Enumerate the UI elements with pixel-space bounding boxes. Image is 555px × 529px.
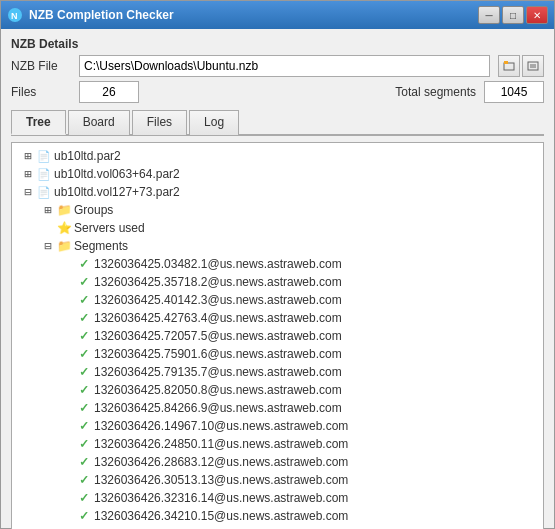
tree-toggle-icon[interactable]: ⊟	[20, 184, 36, 200]
nzb-file-label: NZB File	[11, 59, 71, 73]
tree-toggle-icon[interactable]: ⊞	[20, 148, 36, 164]
tree-item[interactable]: ✓1326036426.14967.10@us.news.astraweb.co…	[14, 417, 541, 435]
checkmark-icon: ✓	[76, 328, 92, 344]
tree-item-label: 1326036426.30513.13@us.news.astraweb.com	[94, 473, 348, 487]
tree-toggle-icon[interactable]	[60, 454, 76, 470]
tree-item[interactable]: ⊞📁Groups	[14, 201, 541, 219]
tree-item-label: 1326036425.75901.6@us.news.astraweb.com	[94, 347, 342, 361]
tree-item[interactable]: ✓1326036425.79135.7@us.news.astraweb.com	[14, 363, 541, 381]
tree-item[interactable]: ✓1326036426.28683.12@us.news.astraweb.co…	[14, 453, 541, 471]
tree-item[interactable]: ⊞📄ub10ltd.par2	[14, 147, 541, 165]
folder-icon: 📁	[56, 202, 72, 218]
tree-toggle-icon[interactable]	[60, 472, 76, 488]
tree-toggle-icon[interactable]	[60, 508, 76, 524]
svg-rect-2	[504, 63, 514, 70]
open-file-button[interactable]	[522, 55, 544, 77]
tree-item[interactable]: ✓1326036425.82050.8@us.news.astraweb.com	[14, 381, 541, 399]
tree-item-label: 1326036425.84266.9@us.news.astraweb.com	[94, 401, 342, 415]
segments-label: Total segments	[395, 85, 476, 99]
tree-item[interactable]: ⭐Servers used	[14, 219, 541, 237]
tree-toggle-icon[interactable]	[60, 310, 76, 326]
folder-icon: 📁	[56, 238, 72, 254]
title-buttons: ─ □ ✕	[478, 6, 548, 24]
main-window: N NZB Completion Checker ─ □ ✕ NZB Detai…	[0, 0, 555, 529]
section-title: NZB Details	[11, 37, 544, 51]
file-icon: 📄	[36, 184, 52, 200]
nzb-details-section: NZB Details NZB File C:\Users\Downloads\…	[11, 37, 544, 103]
tree-toggle-icon[interactable]	[60, 364, 76, 380]
tree-item[interactable]: ⊟📄ub10ltd.vol127+73.par2	[14, 183, 541, 201]
tree-toggle-icon[interactable]	[60, 328, 76, 344]
files-label: Files	[11, 85, 71, 99]
checkmark-icon: ✓	[76, 256, 92, 272]
checkmark-icon: ✓	[76, 436, 92, 452]
tree-item[interactable]: ✓1326036426.30513.13@us.news.astraweb.co…	[14, 471, 541, 489]
tree-item[interactable]: ✓1326036425.35718.2@us.news.astraweb.com	[14, 273, 541, 291]
tree-toggle-icon[interactable]	[60, 418, 76, 434]
checkmark-icon: ✓	[76, 472, 92, 488]
tree-toggle-icon[interactable]	[60, 436, 76, 452]
checkmark-icon: ✓	[76, 454, 92, 470]
tree-item-label: 1326036426.14967.10@us.news.astraweb.com	[94, 419, 348, 433]
tree-item[interactable]: ✓1326036425.03482.1@us.news.astraweb.com	[14, 255, 541, 273]
tree-item[interactable]: ✓1326036425.40142.3@us.news.astraweb.com	[14, 291, 541, 309]
checkmark-icon: ✓	[76, 400, 92, 416]
tree-item-label: 1326036425.79135.7@us.news.astraweb.com	[94, 365, 342, 379]
nzb-file-input[interactable]: C:\Users\Downloads\Ubuntu.nzb	[79, 55, 490, 77]
tree-item-label: 1326036425.35718.2@us.news.astraweb.com	[94, 275, 342, 289]
checkmark-icon: ✓	[76, 292, 92, 308]
tree-item[interactable]: ✓1326036425.72057.5@us.news.astraweb.com	[14, 327, 541, 345]
tab-log[interactable]: Log	[189, 110, 239, 135]
tree-content[interactable]: ⊞📄ub10ltd.par2⊞📄ub10ltd.vol063+64.par2⊟📄…	[12, 143, 543, 529]
tree-item[interactable]: ✓1326036426.24850.11@us.news.astraweb.co…	[14, 435, 541, 453]
tree-toggle-icon[interactable]	[40, 220, 56, 236]
tree-item[interactable]: ✓1326036425.75901.6@us.news.astraweb.com	[14, 345, 541, 363]
tree-toggle-icon[interactable]	[60, 382, 76, 398]
tree-item[interactable]: ⊟📁Segments	[14, 237, 541, 255]
tree-item-label: ub10ltd.par2	[54, 149, 121, 163]
tree-item-label: Groups	[74, 203, 113, 217]
tree-item-label: 1326036426.32316.14@us.news.astraweb.com	[94, 491, 348, 505]
minimize-button[interactable]: ─	[478, 6, 500, 24]
tab-board[interactable]: Board	[68, 110, 130, 135]
tree-item-label: ub10ltd.vol063+64.par2	[54, 167, 180, 181]
main-content: NZB Details NZB File C:\Users\Downloads\…	[1, 29, 554, 529]
app-icon: N	[7, 7, 23, 23]
tab-tree[interactable]: Tree	[11, 110, 66, 135]
svg-rect-3	[504, 61, 508, 64]
checkmark-icon: ✓	[76, 508, 92, 524]
tree-item-label: 1326036425.72057.5@us.news.astraweb.com	[94, 329, 342, 343]
tree-item[interactable]: ✓1326036426.34210.15@us.news.astraweb.co…	[14, 507, 541, 525]
maximize-button[interactable]: □	[502, 6, 524, 24]
tree-item-label: 1326036426.24850.11@us.news.astraweb.com	[94, 437, 348, 451]
tree-item-label: 1326036426.28683.12@us.news.astraweb.com	[94, 455, 348, 469]
tab-files[interactable]: Files	[132, 110, 187, 135]
tree-toggle-icon[interactable]	[60, 346, 76, 362]
files-section: Files 26	[11, 81, 355, 103]
tree-toggle-icon[interactable]	[60, 256, 76, 272]
browse-file-button[interactable]	[498, 55, 520, 77]
tree-toggle-icon[interactable]: ⊟	[40, 238, 56, 254]
segments-value: 1045	[484, 81, 544, 103]
tree-toggle-icon[interactable]: ⊞	[40, 202, 56, 218]
close-button[interactable]: ✕	[526, 6, 548, 24]
tree-toggle-icon[interactable]	[60, 400, 76, 416]
checkmark-icon: ✓	[76, 274, 92, 290]
tree-toggle-icon[interactable]: ⊞	[20, 166, 36, 182]
file-icon: 📄	[36, 166, 52, 182]
svg-rect-4	[528, 62, 538, 70]
svg-text:N: N	[11, 11, 18, 21]
title-bar-left: N NZB Completion Checker	[7, 7, 174, 23]
tree-item[interactable]: ✓1326036426.63994.16@us.news.astraweb.co…	[14, 525, 541, 529]
tree-item-label: 1326036425.82050.8@us.news.astraweb.com	[94, 383, 342, 397]
tree-toggle-icon[interactable]	[60, 490, 76, 506]
tree-item[interactable]: ⊞📄ub10ltd.vol063+64.par2	[14, 165, 541, 183]
checkmark-icon: ✓	[76, 382, 92, 398]
tree-item-label: ub10ltd.vol127+73.par2	[54, 185, 180, 199]
tree-item-label: 1326036425.03482.1@us.news.astraweb.com	[94, 257, 342, 271]
tree-toggle-icon[interactable]	[60, 292, 76, 308]
tree-item[interactable]: ✓1326036425.42763.4@us.news.astraweb.com	[14, 309, 541, 327]
tree-item[interactable]: ✓1326036426.32316.14@us.news.astraweb.co…	[14, 489, 541, 507]
tree-toggle-icon[interactable]	[60, 274, 76, 290]
tree-item[interactable]: ✓1326036425.84266.9@us.news.astraweb.com	[14, 399, 541, 417]
